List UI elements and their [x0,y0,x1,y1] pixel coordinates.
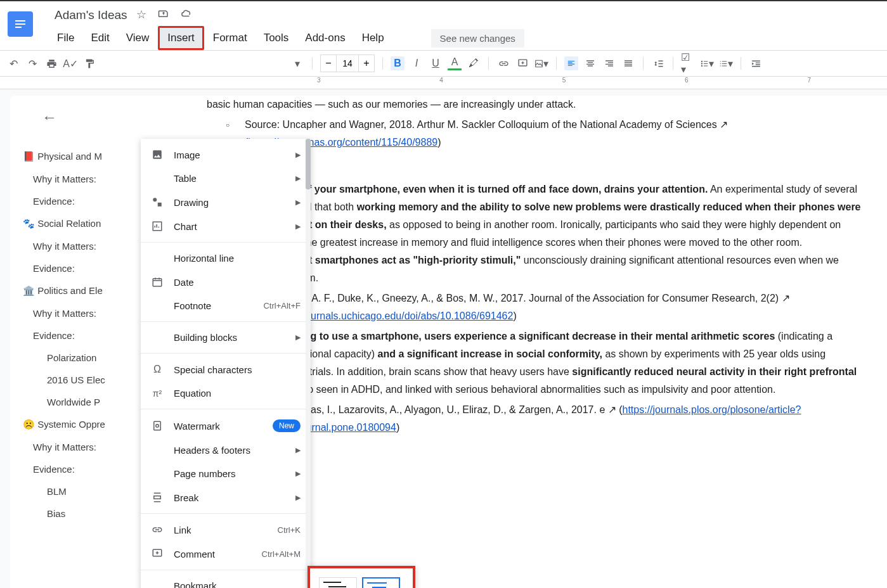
svg-rect-9 [154,421,161,430]
outline-item[interactable]: 🏛️ Politics and Ele [23,279,156,302]
dropdown-scrollbar[interactable] [306,139,311,588]
outline-item[interactable]: ☹️ Systemic Oppre [23,413,156,436]
menu-file[interactable]: File [49,28,82,48]
underline-button[interactable]: U [429,56,443,70]
outline-item[interactable]: 📕 Physical and M [23,145,156,168]
menu-format[interactable]: Format [205,28,255,48]
align-right-icon[interactable] [602,56,616,70]
shortcut-label: Ctrl+Alt+F [263,301,301,310]
add-comment-icon[interactable] [515,56,529,70]
svg-point-3 [701,63,702,64]
svg-point-2 [701,60,702,61]
docs-logo[interactable] [8,11,33,37]
outline-item[interactable]: Why it Matters: [23,436,156,458]
styles-dropdown[interactable]: ▾ [290,56,304,70]
insert-menu-drawing[interactable]: Drawing▶ [141,190,311,214]
menu-addons[interactable]: Add-ons [297,28,353,48]
menu-tools[interactable]: Tools [256,28,297,48]
toolbar: ↶ ↷ A✓ ▾ − + B I U A 🖍 ▾ ☑ ▾ ▾ ▾ [0,50,887,77]
undo-icon[interactable]: ↶ [6,56,20,70]
outline-item[interactable]: Worldwide P [23,391,156,413]
decrease-indent-icon[interactable] [749,56,763,70]
text-color-button[interactable]: A [448,56,462,70]
insert-menu-date[interactable]: Date [141,270,311,294]
insert-menu-image[interactable]: Image▶ [141,143,311,167]
insert-menu-horizontal-line[interactable]: Horizontal line [141,246,311,270]
numbered-list-icon[interactable]: ▾ [719,56,733,70]
font-size-decrease[interactable]: − [321,55,336,72]
highlight-button[interactable]: 🖍 [467,56,481,70]
italic-button[interactable]: I [410,56,424,70]
see-new-changes[interactable]: See new changes [431,29,524,48]
menu-edit[interactable]: Edit [83,28,117,48]
date-icon [151,276,164,288]
font-size-control: − + [320,54,375,72]
toc-option-page-numbers[interactable] [319,577,357,588]
insert-menu-link[interactable]: LinkCtrl+K [141,518,311,542]
svg-point-5 [153,198,157,201]
checklist-icon[interactable]: ☑ ▾ [681,56,695,70]
line-spacing-icon[interactable] [651,56,665,70]
menu-item-label: Chart [174,221,295,232]
insert-menu-equation[interactable]: π²Equation [141,381,311,405]
insert-dropdown: Image▶Table▶Drawing▶Chart▶Horizontal lin… [141,139,311,588]
insert-menu-building-blocks[interactable]: Building blocks▶ [141,326,311,349]
insert-menu-special-characters[interactable]: ΩSpecial characters [141,357,311,381]
insert-menu-headers-footers[interactable]: Headers & footers▶ [141,438,311,462]
insert-menu-comment[interactable]: CommentCtrl+Alt+M [141,542,311,566]
outline-item[interactable]: 2016 US Elec [23,369,156,391]
outline-item[interactable]: Evidence: [23,458,156,480]
insert-menu-footnote[interactable]: FootnoteCtrl+Alt+F [141,294,311,317]
align-justify-icon[interactable] [621,56,635,70]
break-icon [151,492,164,503]
menu-item-label: Equation [174,388,301,399]
menu-help[interactable]: Help [354,28,392,48]
insert-menu-chart[interactable]: Chart▶ [141,214,311,238]
menu-item-label: Building blocks [174,332,295,343]
insert-menu-page-numbers[interactable]: Page numbers▶ [141,462,311,485]
pi-icon: π² [151,388,164,399]
menu-insert[interactable]: Insert [158,26,204,50]
insert-menu-break[interactable]: Break▶ [141,485,311,509]
insert-menu-bookmark[interactable]: Bookmark [141,574,311,588]
outline-item[interactable]: Evidence: [23,257,156,279]
menu-view[interactable]: View [119,28,157,48]
insert-menu-watermark[interactable]: WatermarkNew [141,413,311,438]
insert-menu-table[interactable]: Table▶ [141,167,311,190]
outline-item[interactable]: Polarization [23,347,156,369]
spellcheck-icon[interactable]: A✓ [63,56,77,70]
doc-title[interactable]: Adam's Ideas [55,8,127,22]
outline-item[interactable]: Why it Matters: [23,302,156,324]
font-size-input[interactable] [336,55,359,72]
outline-item[interactable]: 🐾 Social Relation [23,212,156,235]
align-center-icon[interactable] [583,56,597,70]
svg-rect-1 [536,60,543,67]
bulleted-list-icon[interactable]: ▾ [700,56,714,70]
menu-item-label: Horizontal line [174,253,301,264]
outline-item[interactable]: Why it Matters: [23,235,156,257]
bold-button[interactable]: B [391,56,405,70]
print-icon[interactable] [44,56,58,70]
outline-item[interactable]: Why it Matters: [23,168,156,190]
outline-item[interactable]: Bias [23,502,156,525]
insert-image-icon[interactable]: ▾ [534,56,548,70]
toc-submenu [308,566,415,588]
outline-item[interactable]: Evidence: [23,190,156,212]
svg-rect-11 [153,549,162,556]
redo-icon[interactable]: ↷ [25,56,39,70]
toc-option-blue-links[interactable] [362,577,400,588]
submenu-arrow-icon: ▶ [295,174,301,182]
insert-link-icon[interactable] [496,56,510,70]
star-icon[interactable]: ☆ [136,8,146,22]
menu-item-label: Watermark [174,421,273,431]
cloud-status-icon[interactable] [181,8,192,22]
font-size-increase[interactable]: + [359,55,374,72]
outline-item[interactable]: BLM [23,480,156,502]
paint-format-icon[interactable] [82,56,96,70]
outline-item[interactable]: Evidence: [23,324,156,347]
align-left-icon[interactable] [564,56,578,70]
shortcut-label: Ctrl+K [278,525,301,535]
ruler: 34567 [0,77,887,89]
move-icon[interactable] [158,8,169,22]
outline-back-icon[interactable]: ← [23,108,156,126]
